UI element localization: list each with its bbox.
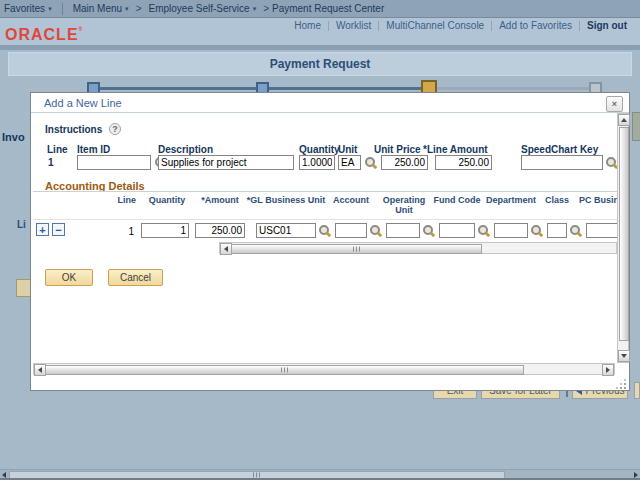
grid-header-divider (33, 219, 617, 220)
line-label-fragment: Li (17, 219, 26, 230)
page-title: Payment Request (8, 52, 632, 76)
row-gl-business-unit-input[interactable] (256, 223, 316, 238)
row-line-number: 1 (116, 226, 134, 237)
train-connector (265, 87, 421, 90)
grid-scrollbar-thumb[interactable] (231, 244, 482, 254)
multichannel-console-link[interactable]: MultiChannel Console (379, 20, 491, 31)
scroll-down-icon[interactable] (618, 350, 630, 362)
row-fund-code-input[interactable] (439, 223, 475, 238)
col-header-account: Account (328, 195, 374, 205)
scroll-up-icon[interactable] (618, 114, 630, 126)
col-header-line: Line (106, 195, 136, 205)
hidden-button-fragment (632, 112, 640, 141)
accounting-grid: Line Quantity *Amount *GL Business Unit … (31, 193, 617, 239)
scroll-right-icon[interactable] (602, 364, 614, 376)
breadcrumb-separator: > (263, 3, 269, 14)
col-header-amount: *Amount (195, 195, 245, 205)
instructions-label: Instructions (45, 124, 102, 135)
fund-code-lookup-icon[interactable] (477, 224, 490, 237)
modal-vscrollbar-thumb[interactable] (619, 127, 629, 341)
close-icon[interactable]: × (606, 96, 623, 112)
col-header-operating-unit: Operating Unit (381, 195, 427, 215)
line-amount-input[interactable] (435, 155, 492, 170)
breadcrumb-current-page: Payment Request Center (272, 3, 384, 14)
ok-button[interactable]: OK (45, 269, 93, 286)
chevron-down-icon: ▾ (125, 5, 129, 12)
scrollbar-grip (353, 247, 361, 252)
favorites-menu[interactable]: Favorites ▾ (0, 3, 56, 14)
sign-out-link[interactable]: Sign out (580, 20, 634, 31)
line-amount-label: *Line Amount (423, 144, 488, 155)
grid-horizontal-scrollbar[interactable] (219, 242, 617, 254)
unit-label: Unit (338, 144, 357, 155)
breadcrumb-parent-label: Employee Self-Service (148, 3, 249, 14)
line-number-value: 1 (48, 157, 54, 168)
col-header-department: Department (483, 195, 539, 205)
modal-vertical-scrollbar[interactable] (617, 113, 629, 363)
account-lookup-icon[interactable] (369, 224, 382, 237)
row-department-input[interactable] (494, 223, 528, 238)
unit-price-input[interactable] (381, 155, 428, 170)
worklist-link[interactable]: Worklist (329, 20, 378, 31)
breadcrumb-bar: Favorites ▾ Main Menu ▾ > Employee Self-… (0, 0, 640, 18)
row-operating-unit-input[interactable] (386, 223, 420, 238)
home-link[interactable]: Home (287, 20, 328, 31)
title-divider (31, 112, 629, 113)
invoice-heading-fragment: Invo (2, 131, 25, 143)
unit-lookup-icon[interactable] (364, 156, 377, 169)
breadcrumb-separator: > (136, 3, 142, 14)
global-header: Home Worklist MultiChannel Console Add t… (0, 18, 640, 46)
unit-input[interactable] (338, 155, 361, 170)
line-label: Line (47, 144, 68, 155)
cancel-button[interactable]: Cancel (108, 269, 163, 286)
scrollbar-grip (253, 473, 261, 478)
help-icon[interactable]: ? (109, 123, 121, 135)
chevron-down-icon: ▾ (48, 5, 52, 12)
add-new-line-modal: Add a New Line × Instructions ? Line Ite… (30, 92, 630, 391)
col-header-pc-business-unit: PC Business Unit (579, 195, 617, 205)
header-links: Home Worklist MultiChannel Console Add t… (287, 20, 634, 31)
modal-scrollbar-thumb[interactable] (45, 365, 524, 375)
modal-horizontal-scrollbar[interactable] (33, 363, 615, 375)
delete-row-button[interactable]: − (52, 223, 65, 236)
section-divider (33, 191, 617, 192)
oracle-logo: ORACLE® (5, 26, 83, 44)
scrollbar-grip (281, 368, 289, 373)
col-header-class: Class (540, 195, 574, 205)
main-menu-label: Main Menu (73, 3, 122, 14)
registered-mark: ® (79, 26, 84, 32)
favorites-menu-label: Favorites (4, 3, 45, 14)
resize-grip-icon[interactable] (615, 379, 627, 390)
row-quantity-input[interactable] (141, 223, 189, 238)
row-pc-business-unit-input[interactable] (586, 223, 617, 238)
breadcrumb-divider (62, 3, 63, 15)
item-id-label: Item ID (77, 144, 110, 155)
department-lookup-icon[interactable] (530, 224, 543, 237)
chevron-down-icon: ▾ (253, 5, 257, 12)
item-id-input[interactable] (77, 155, 151, 170)
quantity-label: Quantity (299, 144, 340, 155)
col-header-gl-business-unit: *GL Business Unit (239, 195, 333, 205)
description-label: Description (158, 144, 213, 155)
speedchart-key-label: SpeedChart Key (521, 144, 598, 155)
description-input[interactable] (158, 155, 294, 170)
speedchart-key-input[interactable] (521, 155, 603, 170)
unit-price-label: Unit Price (374, 144, 421, 155)
peoplesoft-screen: Favorites ▾ Main Menu ▾ > Employee Self-… (0, 0, 640, 480)
add-to-favorites-link[interactable]: Add to Favorites (492, 20, 579, 31)
next-button-fragment[interactable] (634, 382, 640, 399)
breadcrumb-employee-self-service[interactable]: Employee Self-Service ▾ (144, 3, 260, 14)
col-header-fund-code: Fund Code (433, 195, 481, 205)
gl-business-unit-lookup-icon[interactable] (318, 224, 331, 237)
modal-title: Add a New Line (44, 97, 122, 109)
row-account-input[interactable] (335, 223, 367, 238)
class-lookup-icon[interactable] (569, 224, 582, 237)
train-connector (96, 87, 256, 90)
quantity-input[interactable] (299, 155, 335, 170)
train-connector (437, 87, 589, 90)
row-class-input[interactable] (547, 223, 567, 238)
main-menu[interactable]: Main Menu ▾ (69, 3, 133, 14)
operating-unit-lookup-icon[interactable] (422, 224, 435, 237)
row-amount-input[interactable] (195, 223, 245, 238)
add-row-button[interactable]: + (36, 223, 49, 236)
